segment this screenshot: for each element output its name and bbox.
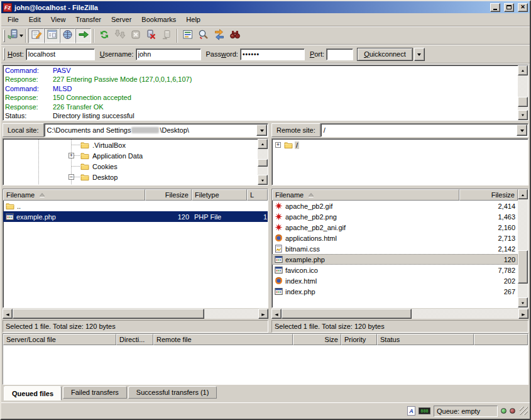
tree-item-desktop[interactable]: −Desktop — [4, 172, 257, 182]
file-row-apache-pb2-png[interactable]: apache_pb2.png1,463 — [272, 211, 518, 222]
scroll-down-button[interactable]: ▼ — [518, 297, 528, 307]
menu-item-transfer[interactable]: Transfer — [70, 14, 106, 25]
file-row-index-php[interactable]: index.php267 — [272, 286, 518, 297]
speed-limits-icon[interactable]: 888 — [419, 407, 430, 414]
toggle-local-tree-button[interactable] — [44, 28, 60, 43]
scroll-up-button[interactable]: ▲ — [258, 139, 268, 149]
refresh-button[interactable] — [96, 28, 112, 43]
file-row-applications-html[interactable]: applications.html2,713 — [272, 233, 518, 243]
queue-column-priority[interactable]: Priority — [341, 334, 377, 345]
filter-button[interactable] — [180, 28, 195, 43]
file-row-index-html[interactable]: index.html202 — [272, 275, 518, 286]
remote-combo-dropdown[interactable] — [517, 124, 527, 136]
file-row-example-php[interactable]: example.php120PHP File1 — [3, 211, 268, 222]
scroll-up-button[interactable]: ▲ — [518, 65, 528, 75]
column-header-l[interactable]: L — [247, 189, 268, 201]
collapse-minus-icon[interactable]: − — [68, 174, 74, 180]
toggle-message-log-button[interactable] — [28, 28, 44, 43]
column-header-filesize[interactable]: Filesize — [145, 189, 192, 201]
port-label: Port: — [310, 50, 324, 58]
queue-column-status[interactable]: Status — [377, 334, 474, 345]
scroll-right-button[interactable]: ▶ — [258, 309, 268, 319]
local-combo-dropdown[interactable] — [256, 124, 267, 136]
remote-site-combo[interactable]: / — [320, 123, 528, 137]
scroll-thumb[interactable] — [258, 159, 268, 167]
scroll-down-button[interactable]: ▼ — [258, 175, 268, 185]
log-scrollbar[interactable]: ▲ ▼ — [518, 65, 528, 120]
local-tree-scrollbar[interactable]: ▲ ▼ — [258, 139, 268, 185]
site-manager-button[interactable] — [8, 28, 23, 43]
menu-item-server[interactable]: Server — [106, 14, 136, 25]
scroll-track[interactable] — [518, 75, 528, 110]
scroll-left-button[interactable]: ◀ — [3, 309, 13, 319]
tab-queued-files[interactable]: Queued files — [4, 386, 62, 401]
scroll-thumb[interactable] — [518, 97, 528, 107]
find-files-button[interactable] — [227, 28, 243, 43]
tree-item-cookies[interactable]: Cookies — [4, 161, 257, 172]
scroll-track[interactable] — [282, 309, 518, 319]
scroll-track[interactable] — [13, 309, 258, 319]
tree-item-application-data[interactable]: +Application Data — [4, 150, 257, 161]
minimize-button[interactable] — [490, 3, 500, 12]
directory-comparison-button[interactable] — [195, 28, 211, 43]
scroll-thumb[interactable] — [518, 250, 528, 284]
maximize-button[interactable] — [504, 3, 514, 12]
scroll-thumb[interactable] — [13, 309, 204, 319]
password-input[interactable] — [240, 48, 305, 60]
tab-failed-transfers[interactable]: Failed transfers — [63, 386, 127, 399]
expand-plus-icon[interactable]: + — [68, 153, 74, 158]
menu-item-bookmarks[interactable]: Bookmarks — [136, 14, 181, 25]
file-row-example-php[interactable]: example.php120 — [272, 254, 518, 265]
toggle-transfer-queue-button[interactable] — [75, 28, 91, 43]
port-input[interactable] — [326, 48, 353, 60]
filename-cell: example.php — [3, 211, 145, 222]
queue-column-size[interactable]: Size — [293, 334, 341, 345]
column-header-filetype[interactable]: Filetype — [192, 189, 247, 201]
queue-column-remote-file[interactable]: Remote file — [153, 334, 293, 345]
quickconnect-button[interactable]: Quickconnect — [357, 48, 413, 61]
menu-item-file[interactable]: File — [3, 14, 24, 25]
file-row-favicon-ico[interactable]: favicon.ico7,782 — [272, 265, 518, 275]
file-row-item[interactable]: .. — [3, 201, 268, 211]
synchronized-browsing-button[interactable] — [211, 28, 227, 43]
menu-item-view[interactable]: View — [46, 14, 71, 25]
host-input[interactable] — [26, 48, 95, 60]
tree-item-root[interactable]: +/ — [273, 140, 527, 150]
transfer-type-icon[interactable]: A — [407, 406, 415, 416]
cancel-operation-button[interactable] — [128, 28, 143, 43]
expand-plus-icon[interactable]: + — [275, 142, 281, 148]
remote-list-scrollbar[interactable]: ▲ ▼ — [518, 189, 528, 307]
scroll-thumb[interactable] — [282, 309, 412, 319]
queue-column-directi[interactable]: Directi... — [116, 334, 153, 345]
remote-hscrollbar[interactable]: ◀ ▶ — [271, 309, 528, 319]
username-input[interactable] — [136, 48, 201, 60]
local-hscrollbar[interactable]: ◀ ▶ — [3, 309, 268, 319]
queue-column-server-local-file[interactable]: Server/Local file — [3, 334, 116, 345]
process-queue-button[interactable] — [112, 28, 128, 43]
quickconnect-dropdown-button[interactable] — [414, 48, 425, 61]
toggle-remote-tree-button[interactable] — [60, 28, 75, 43]
tab-successful-transfers-1[interactable]: Successful transfers (1) — [128, 386, 217, 399]
file-row-apache-pb2-gif[interactable]: apache_pb2.gif2,414 — [272, 201, 518, 211]
disconnect-button[interactable] — [143, 28, 159, 43]
close-button[interactable]: ✕ — [518, 3, 528, 12]
local-site-combo[interactable]: C:\Documents and Settings\Desktop\ — [44, 123, 268, 137]
scroll-right-button[interactable]: ▶ — [518, 309, 528, 319]
scroll-down-button[interactable]: ▼ — [518, 110, 528, 120]
column-header-filesize[interactable]: Filesize — [459, 189, 518, 201]
scroll-track[interactable] — [258, 149, 268, 175]
scroll-up-button[interactable]: ▲ — [518, 189, 528, 199]
scroll-track[interactable] — [518, 199, 528, 297]
column-header-filename[interactable]: Filename — [3, 189, 145, 201]
scroll-left-button[interactable]: ◀ — [271, 309, 282, 319]
file-row-bitnami-css[interactable]: bitnami.css2,142 — [272, 243, 518, 254]
tree-item-virtualbox[interactable]: .VirtualBox — [4, 140, 257, 150]
menu-item-edit[interactable]: Edit — [24, 14, 46, 25]
resize-grip[interactable] — [520, 407, 528, 415]
maximize-icon — [506, 5, 512, 9]
file-row-apache-pb2-ani-gif[interactable]: apache_pb2_ani.gif2,160 — [272, 222, 518, 233]
menu-item-help[interactable]: Help — [181, 14, 205, 25]
column-header-filename[interactable]: Filename — [272, 189, 459, 201]
css-file-icon — [275, 245, 283, 253]
reconnect-button[interactable] — [159, 28, 175, 43]
